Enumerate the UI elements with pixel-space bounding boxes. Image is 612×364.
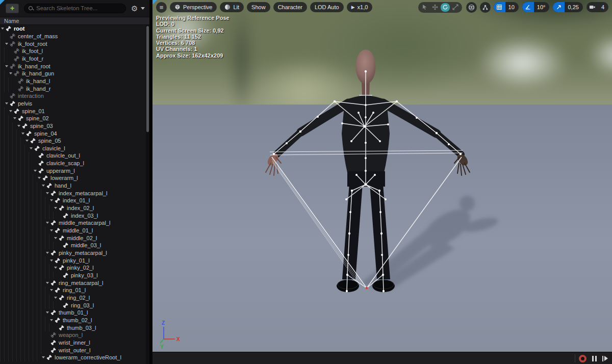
expand-arrow-icon[interactable]: [37, 177, 42, 179]
tree-row-index_03_l[interactable]: index_03_l: [0, 212, 146, 219]
chevron-down-icon[interactable]: [141, 7, 145, 10]
tree-row-ik_foot_r[interactable]: ik_foot_r: [0, 55, 146, 63]
tree-row-lowerarm_l[interactable]: lowerarm_l: [0, 174, 146, 182]
tree-row-upperarm_l[interactable]: upperarm_l: [0, 167, 146, 174]
playback-speed-button[interactable]: ▶ x1,0: [347, 2, 373, 12]
perspective-button[interactable]: Perspective: [170, 2, 217, 12]
expand-arrow-icon[interactable]: [4, 43, 9, 45]
tree-row-spine_05[interactable]: spine_05: [0, 137, 146, 145]
tree-row-wrist_outer_l[interactable]: wrist_outer_l: [0, 346, 146, 354]
expand-arrow-icon[interactable]: [53, 297, 58, 299]
expand-arrow-icon[interactable]: [4, 65, 9, 67]
tree-row-middle_metacarpal_l[interactable]: middle_metacarpal_l: [0, 219, 146, 227]
expand-arrow-icon[interactable]: [45, 282, 50, 284]
name-column-header[interactable]: Name: [0, 17, 149, 25]
expand-arrow-icon[interactable]: [12, 117, 17, 119]
pause-button[interactable]: [592, 356, 597, 361]
scale-tool-button[interactable]: [451, 3, 460, 12]
tree-row-ik_foot_root[interactable]: ik_foot_root: [0, 40, 146, 47]
expand-arrow-icon[interactable]: [41, 185, 46, 187]
tree-row-middle_02_l[interactable]: middle_02_l: [0, 234, 146, 242]
tree-row-index_metacarpal_l[interactable]: index_metacarpal_l: [0, 189, 146, 197]
tree-row-spine_04[interactable]: spine_04: [0, 129, 146, 137]
grid-snap-toggle[interactable]: 10: [494, 2, 519, 12]
tree-row-pelvis[interactable]: pelvis: [0, 100, 146, 108]
tree-row-middle_03_l[interactable]: middle_03_l: [0, 242, 146, 249]
preview-viewport[interactable]: Z X Y Previewing Reference PoseLOD: 0Cur…: [152, 0, 612, 364]
expand-arrow-icon[interactable]: [49, 259, 54, 262]
tree-row-ik_foot_l[interactable]: ik_foot_l: [0, 47, 146, 55]
expand-arrow-icon[interactable]: [41, 356, 46, 358]
select-tool-button[interactable]: [420, 3, 429, 12]
expand-arrow-icon[interactable]: [45, 311, 50, 314]
tree-row-wrist_inner_l[interactable]: wrist_inner_l: [0, 339, 146, 347]
tree-row-thumb_02_l[interactable]: thumb_02_l: [0, 317, 146, 324]
add-button[interactable]: +: [6, 4, 19, 13]
search-input[interactable]: Search Skeleton Tree...: [24, 4, 126, 13]
tree-row-spine_01[interactable]: spine_01: [0, 107, 146, 115]
expand-arrow-icon[interactable]: [24, 140, 30, 142]
tree-row-index_02_l[interactable]: index_02_l: [0, 204, 146, 212]
tree-row-center_of_mass[interactable]: center_of_mass: [0, 33, 146, 40]
expand-arrow-icon[interactable]: [53, 267, 58, 269]
tree-row-weapon_l[interactable]: weapon_l: [0, 331, 146, 339]
tree-row-pinky_02_l[interactable]: pinky_02_l: [0, 264, 146, 272]
step-forward-button[interactable]: [602, 356, 608, 361]
expand-arrow-icon[interactable]: [29, 147, 34, 149]
tree-row-ik_hand_r[interactable]: ik_hand_r: [0, 85, 146, 92]
scale-snap-toggle[interactable]: 0,25: [553, 2, 582, 12]
tree-scrollbar-thumb[interactable]: [146, 26, 149, 132]
lit-mode-button[interactable]: Lit: [220, 2, 244, 12]
expand-arrow-icon[interactable]: [45, 252, 50, 254]
expand-arrow-icon[interactable]: [0, 28, 5, 30]
expand-arrow-icon[interactable]: [8, 72, 13, 74]
tree-row-ring_metacarpal_l[interactable]: ring_metacarpal_l: [0, 279, 146, 287]
expand-arrow-icon[interactable]: [20, 133, 26, 135]
tree-row-pinky_03_l[interactable]: pinky_03_l: [0, 272, 146, 279]
tree-row-index_01_l[interactable]: index_01_l: [0, 197, 146, 204]
tree-row-interaction[interactable]: interaction: [0, 92, 146, 100]
expand-arrow-icon[interactable]: [49, 319, 54, 321]
tree-row-spine_02[interactable]: spine_02: [0, 115, 146, 122]
tree-row-middle_01_l[interactable]: middle_01_l: [0, 227, 146, 235]
lod-menu-button[interactable]: LOD Auto: [310, 2, 344, 12]
expand-arrow-icon[interactable]: [8, 110, 13, 112]
coordinate-space-button[interactable]: [466, 2, 477, 13]
tree-row-ik_hand_l[interactable]: ik_hand_l: [0, 77, 146, 85]
tree-row-ik_hand_root[interactable]: ik_hand_root: [0, 62, 146, 70]
move-tool-button[interactable]: [430, 3, 440, 12]
tree-row-ik_hand_gun[interactable]: ik_hand_gun: [0, 70, 146, 77]
expand-arrow-icon[interactable]: [33, 170, 38, 172]
tree-row-clavicle_out_l[interactable]: clavicle_out_l: [0, 152, 146, 160]
expand-arrow-icon[interactable]: [53, 237, 58, 239]
expand-arrow-icon[interactable]: [45, 192, 50, 194]
expand-arrow-icon[interactable]: [49, 199, 54, 201]
show-menu-button[interactable]: Show: [247, 2, 270, 12]
expand-arrow-icon[interactable]: [49, 229, 54, 231]
rotation-snap-toggle[interactable]: 10°: [522, 2, 550, 12]
expand-arrow-icon[interactable]: [49, 289, 54, 291]
tree-row-thumb_01_l[interactable]: thumb_01_l: [0, 309, 146, 317]
mesh-hierarchy-button[interactable]: [480, 2, 491, 13]
tree-row-thumb_03_l[interactable]: thumb_03_l: [0, 324, 146, 331]
tree-row-spine_03[interactable]: spine_03: [0, 122, 146, 130]
record-button[interactable]: [579, 355, 586, 362]
tree-row-hand_l[interactable]: hand_l: [0, 182, 146, 190]
expand-arrow-icon[interactable]: [45, 222, 50, 224]
tree-row-lowerarm_correctiveRoot_l[interactable]: lowerarm_correctiveRoot_l: [0, 354, 146, 361]
gear-icon[interactable]: ⚙: [131, 5, 138, 12]
tree-row-root[interactable]: root: [0, 25, 146, 33]
expand-arrow-icon[interactable]: [16, 125, 21, 127]
tree-row-clavicle_scap_l[interactable]: clavicle_scap_l: [0, 160, 146, 167]
tree-row-ring_02_l[interactable]: ring_02_l: [0, 294, 146, 302]
camera-speed-control[interactable]: 4: [586, 2, 608, 12]
rotate-tool-button[interactable]: [441, 3, 450, 12]
tree-row-pinky_01_l[interactable]: pinky_01_l: [0, 256, 146, 264]
viewport-menu-button[interactable]: ≡: [156, 2, 167, 13]
expand-arrow-icon[interactable]: [53, 207, 58, 209]
tree-row-clavicle_l[interactable]: clavicle_l: [0, 145, 146, 152]
tree-row-ring_03_l[interactable]: ring_03_l: [0, 301, 146, 309]
tree-scrollbar[interactable]: [146, 25, 149, 364]
tree-row-pinky_metacarpal_l[interactable]: pinky_metacarpal_l: [0, 249, 146, 257]
expand-arrow-icon[interactable]: [4, 102, 9, 105]
